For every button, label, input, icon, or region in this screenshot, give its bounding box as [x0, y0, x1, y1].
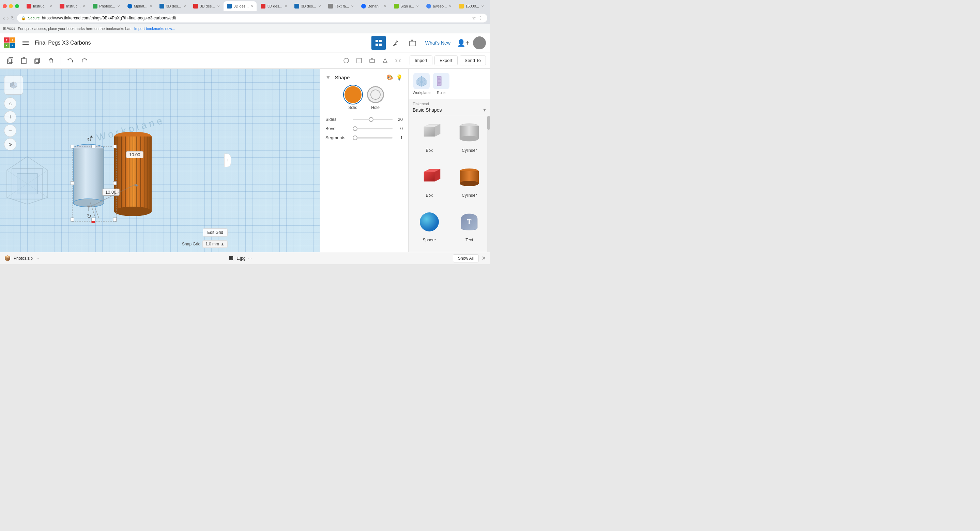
shape-item-text[interactable]: T Text	[452, 208, 488, 249]
view-perspective-button[interactable]	[340, 54, 352, 67]
tab-close-1[interactable]: ✕	[49, 5, 52, 8]
tab-close-14[interactable]: ✕	[481, 5, 484, 8]
bevel-slider-knob[interactable]	[353, 126, 358, 131]
case-button[interactable]	[406, 36, 420, 50]
file-menu-1[interactable]: ···	[35, 256, 39, 261]
solid-circle[interactable]	[345, 86, 361, 103]
shape-item-sphere[interactable]: Sphere	[411, 208, 447, 249]
view-front-button[interactable]	[366, 54, 378, 67]
tab-11[interactable]: Behan... ✕	[358, 2, 390, 11]
zoom-out-button[interactable]: −	[4, 125, 16, 137]
tab-8[interactable]: 3D des... ✕	[257, 2, 290, 11]
shape-panel-dropdown[interactable]: ▼	[325, 74, 331, 81]
zoom-in-button[interactable]: +	[4, 111, 16, 123]
shape-color-icon[interactable]: 🎨	[387, 74, 393, 81]
delete-button[interactable]	[45, 54, 57, 67]
file-name-2[interactable]: 1.jpg	[237, 256, 245, 261]
hole-circle[interactable]	[367, 86, 384, 103]
hole-shape-option[interactable]: Hole	[367, 86, 384, 110]
tab-9[interactable]: 3D des... ✕	[291, 2, 324, 11]
tab-close-5[interactable]: ✕	[183, 5, 186, 8]
home-view-button[interactable]: ⌂	[4, 97, 16, 109]
shape-item-box-gray[interactable]: Box	[411, 119, 447, 160]
tab-close-4[interactable]: ✕	[150, 5, 152, 8]
grid-view-button[interactable]	[371, 36, 386, 50]
traffic-light-yellow[interactable]	[9, 4, 13, 8]
undo-button[interactable]	[64, 54, 77, 67]
panel-collapse-button[interactable]: ›	[224, 154, 231, 167]
import-button[interactable]: Import	[410, 55, 433, 65]
sides-slider-knob[interactable]	[369, 117, 374, 122]
tab-close-10[interactable]: ✕	[351, 5, 354, 8]
sides-slider[interactable]	[353, 119, 393, 120]
apps-btn[interactable]: ⊞ Apps	[3, 26, 15, 31]
sendto-button[interactable]: Send To	[460, 55, 486, 65]
tab-close-6[interactable]: ✕	[217, 5, 220, 8]
forward-button[interactable]: ›	[7, 15, 9, 22]
tab-5[interactable]: 3D des... ✕	[156, 2, 189, 11]
shapes-dropdown-arrow[interactable]: ▾	[483, 106, 486, 113]
more-icon[interactable]: ⋮	[479, 15, 483, 21]
shape-item-cylinder-gray[interactable]: Cylinder	[452, 119, 488, 160]
tab-close-11[interactable]: ✕	[384, 5, 387, 8]
bookmark-icon[interactable]: ☆	[472, 15, 476, 21]
shape-item-cylinder-orange[interactable]: Cylinder	[452, 164, 488, 204]
snap-grid-value-btn[interactable]: 1.0 mm ▲	[202, 240, 228, 248]
segments-slider-knob[interactable]	[353, 135, 358, 140]
user-avatar[interactable]	[473, 36, 486, 49]
back-button[interactable]: ‹	[3, 15, 5, 22]
tab-close-13[interactable]: ✕	[449, 5, 452, 8]
add-user-button[interactable]: 👤+	[456, 36, 470, 50]
shapes-scrollbar[interactable]	[487, 116, 490, 252]
cylinder-orange-object[interactable]	[113, 132, 153, 221]
pickaxe-button[interactable]	[388, 36, 403, 50]
tab-14[interactable]: 15000... ✕	[456, 2, 487, 11]
tab-close-7[interactable]: ✕	[251, 5, 253, 8]
object-gadget[interactable]	[0, 150, 54, 211]
mirror-button[interactable]	[392, 54, 404, 67]
show-all-button[interactable]: Show All	[453, 254, 479, 262]
viewport[interactable]: Workplane ⌂ + − ⊙	[0, 69, 320, 252]
workplane-button[interactable]: Workplane	[413, 73, 430, 95]
tab-2[interactable]: Instruc... ✕	[56, 2, 89, 11]
copy-button[interactable]	[4, 54, 16, 67]
redo-button[interactable]	[78, 54, 90, 67]
ruler-button[interactable]: Ruler	[433, 73, 449, 95]
tab-12[interactable]: Sign u... ✕	[390, 2, 422, 11]
shape-light-icon[interactable]: 💡	[396, 74, 403, 81]
fit-view-button[interactable]: ⊙	[4, 138, 16, 151]
tab-1[interactable]: Instruc... ✕	[23, 2, 56, 11]
paste-button[interactable]	[18, 54, 30, 67]
tab-13[interactable]: aweso... ✕	[423, 2, 455, 11]
tab-6[interactable]: 3D des... ✕	[190, 2, 223, 11]
tab-10[interactable]: Text fa... ✕	[325, 2, 357, 11]
refresh-button[interactable]: ↻	[11, 15, 15, 21]
export-button[interactable]: Export	[434, 55, 458, 65]
tab-close-3[interactable]: ✕	[117, 5, 120, 8]
tab-7[interactable]: 3D des... ✕	[224, 2, 256, 11]
segments-slider[interactable]	[353, 137, 393, 138]
tab-3[interactable]: Photos:... ✕	[89, 2, 123, 11]
duplicate-button[interactable]	[31, 54, 44, 67]
close-downloads-icon[interactable]: ✕	[482, 255, 486, 262]
tab-close-12[interactable]: ✕	[416, 5, 419, 8]
traffic-light-green[interactable]	[15, 4, 19, 8]
bevel-slider[interactable]	[353, 128, 393, 129]
view-side-button[interactable]	[379, 54, 391, 67]
rotate-handle-bottom[interactable]: ↻	[87, 213, 91, 220]
tab-close-2[interactable]: ✕	[83, 5, 85, 8]
whats-new-button[interactable]: What's New	[423, 40, 453, 46]
import-bookmarks-link[interactable]: Import bookmarks now...	[134, 27, 175, 31]
file-name-1[interactable]: Photos.zip	[14, 256, 33, 261]
solid-shape-option[interactable]: Solid	[345, 86, 361, 110]
shape-item-box-red[interactable]: Box	[411, 164, 447, 204]
traffic-light-red[interactable]	[3, 4, 7, 8]
view-top-button[interactable]	[353, 54, 365, 67]
tab-close-9[interactable]: ✕	[318, 5, 321, 8]
edit-grid-button[interactable]: Edit Grid	[203, 228, 228, 236]
file-menu-2[interactable]: ···	[248, 256, 252, 261]
tab-close-8[interactable]: ✕	[285, 5, 287, 8]
view-cube[interactable]	[4, 76, 23, 95]
address-url[interactable]: https://www.tinkercad.com/things/9Bk4PaX…	[42, 16, 470, 21]
shapes-scrollbar-thumb[interactable]	[487, 116, 490, 130]
